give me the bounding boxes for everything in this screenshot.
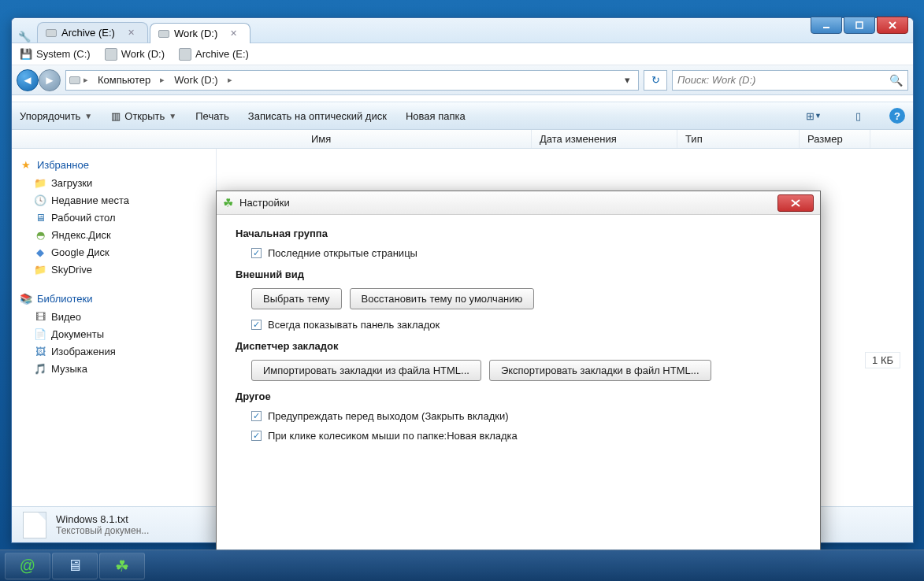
- import-bookmarks-button[interactable]: Импортировать закладки из файла HTML...: [251, 360, 481, 381]
- export-bookmarks-button[interactable]: Экспортировать закладки в файл HTML...: [489, 360, 711, 381]
- tab-label: Archive (E:): [61, 27, 115, 39]
- navigation-pane: ★Избранное 📁Загрузки 🕓Недавние места 🖥Ра…: [12, 149, 217, 506]
- organize-menu[interactable]: Упорядочить▼: [20, 110, 92, 122]
- reset-theme-button[interactable]: Восстановить тему по умолчанию: [350, 288, 535, 309]
- crumb-work[interactable]: Work (D:): [168, 72, 224, 87]
- taskbar-app-mailru[interactable]: @: [5, 553, 50, 579]
- checkbox-warn-exit[interactable]: Предупреждать перед выходом (Закрыть вкл…: [251, 410, 801, 422]
- bookmark-archive[interactable]: Archive (E:): [179, 48, 249, 61]
- sidebar-item-yandex[interactable]: ◓Яндекс.Диск: [17, 226, 211, 243]
- section-other: Другое: [236, 390, 801, 402]
- checkbox-show-bookmarks[interactable]: Всегда показывать панель закладок: [251, 319, 801, 331]
- search-icon[interactable]: 🔍: [889, 74, 903, 87]
- sidebar-item-music[interactable]: 🎵Музыка: [17, 360, 211, 377]
- print-button[interactable]: Печать: [195, 110, 229, 122]
- file-size-value: 1 КБ: [865, 352, 900, 368]
- burn-button[interactable]: Записать на оптический диск: [248, 110, 387, 122]
- command-bar: Упорядочить▼ ▥Открыть▼ Печать Записать н…: [12, 102, 913, 130]
- maximize-button[interactable]: [844, 17, 875, 34]
- sidebar-item-documents[interactable]: 📄Документы: [17, 325, 211, 342]
- navigation-row: ◄ ► ▸ Компьютер ▸ Work (D:) ▸ ▾ ↻ 🔍: [12, 65, 913, 95]
- breadcrumb[interactable]: ▸ Компьютер ▸ Work (D:) ▸ ▾: [65, 70, 639, 91]
- column-date[interactable]: Дата изменения: [532, 130, 677, 148]
- crumb-computer[interactable]: Компьютер: [91, 72, 157, 87]
- settings-dialog: ☘ Настройки Начальная группа Последние о…: [216, 191, 821, 551]
- drive-icon: [46, 29, 57, 37]
- dialog-titlebar[interactable]: ☘ Настройки: [217, 191, 820, 215]
- section-startup: Начальная группа: [236, 228, 801, 239]
- forward-button[interactable]: ►: [39, 69, 61, 91]
- back-button[interactable]: ◄: [17, 69, 39, 91]
- checkbox-icon[interactable]: [251, 320, 262, 330]
- dialog-body: Начальная группа Последние открытые стра…: [217, 215, 820, 550]
- sidebar-item-downloads[interactable]: 📁Загрузки: [17, 174, 211, 191]
- checkbox-icon[interactable]: [251, 248, 262, 258]
- bookmark-system[interactable]: 💾System (C:): [20, 48, 91, 61]
- checkbox-icon[interactable]: [251, 431, 262, 441]
- view-options-button[interactable]: ⊞ ▼: [801, 106, 826, 125]
- sidebar-item-pictures[interactable]: 🖼Изображения: [17, 342, 211, 360]
- selected-file-name: Windows 8.1.txt: [56, 513, 149, 525]
- libraries-header[interactable]: 📚Библиотеки: [17, 289, 211, 308]
- tab-close-icon[interactable]: ✕: [126, 28, 136, 38]
- window-controls: [811, 17, 908, 34]
- tab-close-icon[interactable]: ✕: [228, 28, 239, 39]
- tab-label: Work (D:): [174, 28, 217, 39]
- dialog-close-button[interactable]: [777, 194, 814, 212]
- chevron-right-icon[interactable]: ▸: [82, 75, 90, 85]
- settings-wrench-icon[interactable]: 🔧: [12, 31, 37, 43]
- column-size[interactable]: Размер: [800, 130, 870, 148]
- breadcrumb-dropdown-icon[interactable]: ▾: [620, 74, 635, 86]
- bookmark-work[interactable]: Work (D:): [105, 48, 165, 61]
- svg-rect-1: [856, 22, 863, 28]
- sidebar-item-desktop[interactable]: 🖥Рабочий стол: [17, 209, 211, 226]
- taskbar: @ 🖥 ☘: [0, 550, 924, 581]
- tab-strip: 🔧 Archive (E:) ✕ Work (D:) ✕: [12, 18, 913, 43]
- clover-icon: ☘: [223, 196, 233, 210]
- dialog-title: Настройки: [239, 197, 290, 209]
- preview-pane-button[interactable]: ▯: [845, 106, 870, 125]
- sidebar-item-google-drive[interactable]: ◆Google Диск: [17, 243, 211, 261]
- column-headers: Имя Дата изменения Тип Размер: [12, 130, 913, 149]
- favorites-header[interactable]: ★Избранное: [17, 155, 211, 174]
- sidebar-item-recent[interactable]: 🕓Недавние места: [17, 191, 211, 209]
- close-button[interactable]: [877, 17, 908, 34]
- refresh-button[interactable]: ↻: [644, 70, 667, 91]
- sidebar-item-skydrive[interactable]: 📁SkyDrive: [17, 261, 211, 278]
- new-folder-button[interactable]: Новая папка: [406, 110, 466, 122]
- file-icon: [23, 512, 46, 538]
- checkbox-wheel-click[interactable]: При клике колесиком мыши по папке:Новая …: [251, 430, 801, 442]
- section-appearance: Внешний вид: [236, 268, 801, 280]
- open-menu[interactable]: ▥Открыть▼: [111, 110, 176, 122]
- chevron-right-icon[interactable]: ▸: [158, 75, 166, 85]
- tab-work[interactable]: Work (D:) ✕: [150, 23, 250, 43]
- drive-icon: [69, 76, 80, 84]
- column-type[interactable]: Тип: [677, 130, 800, 148]
- checkbox-icon[interactable]: [251, 411, 262, 421]
- bookmark-bar: 💾System (C:) Work (D:) Archive (E:): [12, 43, 913, 65]
- search-box[interactable]: 🔍: [672, 70, 908, 91]
- search-input[interactable]: [677, 74, 889, 86]
- taskbar-app-clover[interactable]: ☘: [99, 553, 145, 579]
- help-button[interactable]: ?: [889, 108, 905, 124]
- column-name[interactable]: Имя: [303, 130, 532, 148]
- tab-archive[interactable]: Archive (E:) ✕: [37, 22, 148, 43]
- checkbox-last-pages[interactable]: Последние открытые страницы: [251, 247, 801, 259]
- sidebar-item-videos[interactable]: 🎞Видео: [17, 308, 211, 325]
- selected-file-type: Текстовый докумен...: [56, 525, 149, 536]
- minimize-button[interactable]: [811, 17, 842, 34]
- section-bookmarks: Диспетчер закладок: [236, 340, 801, 352]
- choose-theme-button[interactable]: Выбрать тему: [251, 288, 342, 309]
- taskbar-app-network[interactable]: 🖥: [52, 553, 98, 579]
- drive-icon: [158, 30, 169, 38]
- chevron-right-icon[interactable]: ▸: [226, 75, 234, 85]
